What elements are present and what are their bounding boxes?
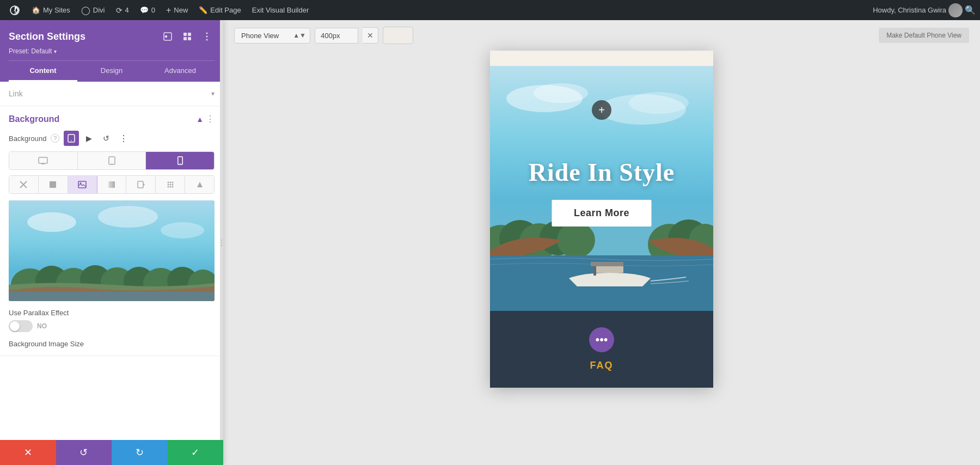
my-sites-menu[interactable]: 🏠 My Sites — [27, 0, 75, 20]
cancel-button[interactable]: ✕ — [0, 440, 56, 465]
comment-icon: 💬 — [140, 6, 149, 14]
viewport-clear-button[interactable]: ✕ — [363, 27, 378, 44]
bg-type-image[interactable] — [68, 176, 97, 193]
bg-help-icon[interactable]: ? — [51, 134, 59, 143]
bg-device-icons: ▶ ↺ ⋮ — [64, 131, 131, 146]
svg-rect-5 — [183, 37, 187, 40]
phone-top-section — [490, 51, 713, 66]
svg-marker-26 — [143, 183, 145, 186]
svg-point-16 — [111, 163, 112, 163]
comments-menu[interactable]: 💬 0 — [136, 0, 160, 20]
svg-rect-24 — [108, 181, 115, 188]
plus-icon: + — [598, 104, 605, 117]
svg-point-59 — [557, 222, 595, 258]
learn-more-button[interactable]: Learn More — [552, 200, 651, 227]
svg-rect-65 — [591, 262, 623, 266]
section-header: Background ▲ ⋮ — [9, 114, 215, 124]
count-menu[interactable]: ⟳ 4 — [112, 0, 133, 20]
parallax-toggle[interactable] — [9, 320, 33, 332]
hero-text-area: Ride In Style Learn More — [501, 159, 702, 227]
preset-row[interactable]: Preset: Default ▾ — [9, 47, 215, 55]
bg-reset-icon[interactable]: ↺ — [99, 131, 114, 146]
sites-icon: 🏠 — [32, 6, 40, 14]
panel-header: Section Settings Preset: Default ▾ Conte… — [0, 20, 223, 82]
bg-arrow-icon[interactable]: ▶ — [81, 131, 96, 146]
panel-content: Link ▾ Background ▲ ⋮ Background ? — [0, 82, 223, 465]
tab-advanced[interactable]: Advanced — [146, 61, 215, 82]
bg-type-none[interactable] — [9, 176, 39, 193]
svg-rect-66 — [596, 266, 623, 273]
svg-point-7 — [206, 33, 208, 34]
add-section-button[interactable]: + — [592, 100, 611, 120]
bg-type-mask[interactable] — [185, 176, 214, 193]
svg-point-18 — [180, 163, 180, 163]
canvas-area: + Ride In Style Learn More ••• FAQ — [223, 51, 980, 465]
viewport-width-input[interactable] — [315, 28, 358, 44]
background-section: Background ▲ ⋮ Background ? ▶ ↺ ⋮ — [0, 106, 223, 356]
count-icon: ⟳ — [116, 6, 122, 15]
hero-title: Ride In Style — [501, 159, 702, 187]
background-collapse-icon[interactable]: ▲ — [196, 115, 204, 124]
dots-icon: ••• — [595, 333, 608, 347]
redo-icon: ↻ — [136, 446, 144, 458]
collapse-icon[interactable] — [160, 29, 175, 44]
svg-point-28 — [169, 182, 171, 183]
wp-logo[interactable] — [4, 0, 25, 20]
bg-type-row — [9, 175, 215, 194]
background-title: Background — [9, 114, 59, 124]
preset-chevron: ▾ — [54, 48, 57, 54]
svg-rect-2 — [165, 35, 167, 38]
panel-resize-handle[interactable] — [220, 20, 223, 465]
more-options-icon[interactable] — [199, 29, 215, 44]
avatar — [948, 3, 963, 17]
bg-more-icon[interactable]: ⋮ — [116, 131, 131, 146]
link-section[interactable]: Link ▾ — [0, 82, 223, 106]
svg-point-8 — [206, 36, 208, 38]
bg-type-gradient[interactable] — [97, 176, 127, 193]
svg-point-35 — [171, 186, 173, 188]
bg-type-pattern[interactable] — [156, 176, 185, 193]
device-tab-desktop[interactable] — [9, 152, 78, 169]
faq-dots-button[interactable]: ••• — [589, 327, 614, 352]
bg-mobile-active-icon[interactable] — [64, 131, 79, 146]
bg-size-label: Background Image Size — [9, 340, 215, 348]
tab-design[interactable]: Design — [77, 61, 146, 82]
cancel-icon: ✕ — [24, 446, 32, 458]
edit-page-button[interactable]: ✏️ Edit Page — [194, 0, 245, 20]
make-default-button[interactable]: Make Default Phone View — [879, 28, 969, 43]
admin-bar: 🏠 My Sites ◯ Divi ⟳ 4 💬 0 + New ✏️ Edit … — [0, 0, 980, 20]
svg-point-32 — [171, 184, 173, 186]
svg-point-30 — [167, 184, 169, 186]
divi-menu[interactable]: ◯ Divi — [77, 0, 109, 20]
svg-point-11 — [71, 140, 72, 142]
panel-title: Section Settings — [9, 31, 85, 42]
save-button[interactable]: ✓ — [168, 440, 224, 465]
device-tab-mobile[interactable] — [146, 152, 214, 169]
reset-button[interactable]: ↺ — [56, 440, 112, 465]
link-chevron: ▾ — [211, 90, 215, 97]
admin-bar-right: Howdy, Christina Gwira 🔍 — [873, 3, 976, 17]
tab-content[interactable]: Content — [9, 61, 77, 82]
layout-icon[interactable] — [180, 29, 195, 44]
viewport-color-swatch[interactable] — [383, 27, 413, 44]
pencil-icon: ✏️ — [199, 6, 207, 14]
new-button[interactable]: + New — [162, 0, 192, 20]
redo-button[interactable]: ↻ — [112, 440, 168, 465]
svg-point-29 — [171, 182, 173, 183]
svg-point-31 — [169, 184, 171, 186]
search-icon[interactable]: 🔍 — [965, 5, 976, 15]
svg-rect-3 — [183, 33, 187, 36]
faq-title: FAQ — [590, 360, 613, 371]
divi-icon: ◯ — [81, 5, 90, 15]
device-tab-tablet[interactable] — [78, 152, 146, 169]
panel-header-icons — [160, 29, 215, 44]
viewport-select[interactable]: Phone View Tablet View Desktop View — [234, 28, 310, 44]
bg-type-video[interactable] — [126, 176, 156, 193]
exit-builder-button[interactable]: Exit Visual Builder — [248, 0, 314, 20]
bg-type-color[interactable] — [39, 176, 68, 193]
background-menu-icon[interactable]: ⋮ — [206, 114, 215, 124]
toggle-no-label: NO — [37, 322, 47, 330]
bottom-bar: ✕ ↺ ↻ ✓ — [0, 440, 223, 465]
parallax-label: Use Parallax Effect — [9, 309, 215, 317]
svg-point-48 — [98, 206, 158, 228]
